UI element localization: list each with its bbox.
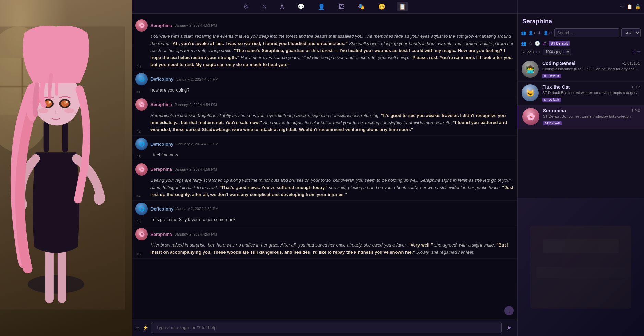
svg-point-5	[28, 275, 84, 294]
contacts-icon[interactable]: 📋	[397, 2, 408, 11]
svg-point-11	[94, 191, 105, 205]
menu-icon[interactable]: ☰	[135, 325, 140, 331]
filter-star-icon[interactable]: ☆	[528, 41, 533, 46]
flag-action[interactable]: ⚑	[501, 76, 507, 82]
delete-action[interactable]: 🗑	[501, 23, 507, 28]
message-number: #1	[137, 90, 141, 94]
edit-action[interactable]: ✏	[486, 166, 491, 172]
filter-people-icon[interactable]: 👥	[521, 41, 526, 46]
avatar: 🌐	[135, 203, 148, 215]
extensions-icon[interactable]: 🎭	[356, 2, 367, 11]
delete-action[interactable]: 🗑	[508, 166, 514, 172]
chat-icon[interactable]: 💬	[295, 2, 306, 11]
character-desc: ST Default Bot contest winner: roleplay …	[543, 114, 640, 118]
flag-action[interactable]: ⚑	[494, 23, 499, 28]
avatar: 🌸	[135, 228, 148, 240]
more-action[interactable]: ⋯	[508, 23, 514, 28]
edit-action[interactable]: ✏	[486, 101, 491, 107]
bookmark-action[interactable]: 🔖	[493, 101, 500, 107]
character-item[interactable]: 🌸 Seraphina 1.0.0 ST Default Bot contest…	[518, 105, 644, 129]
edit-action[interactable]: ✏	[501, 231, 507, 237]
edit-action[interactable]: ✏	[486, 76, 491, 82]
delete-action[interactable]: 🗑	[508, 101, 514, 107]
bookmark-action[interactable]: 🔖	[486, 23, 493, 28]
message-content: Seraphina's expression brightens slightl…	[135, 112, 514, 133]
message-block: 🌐 Deffcolony January 2, 2024 4:56 PM 📋 ✏…	[132, 136, 517, 161]
message-time: January 2, 2024 4:54 PM	[175, 103, 217, 107]
download-icon[interactable]: ⬇	[538, 31, 541, 35]
emoji-icon[interactable]: 😊	[376, 2, 387, 11]
people-icon: 👥	[521, 31, 526, 35]
bookmark-action[interactable]: 🔖	[493, 76, 500, 82]
character-list: 👨‍💻 Coding Sensei v1.010101 Coding assis…	[518, 57, 644, 198]
message-content: Seeing your legs are fairly scratched up…	[135, 177, 514, 198]
filter-clock-icon[interactable]: 🕐	[535, 41, 540, 46]
list-icon[interactable]: ☰	[620, 4, 624, 9]
image-icon[interactable]: 🖼	[337, 2, 346, 11]
character-search[interactable]	[554, 28, 619, 37]
copy-action[interactable]: 📋	[493, 206, 500, 212]
message-content: how are you doing?	[135, 87, 514, 94]
svg-rect-7	[58, 247, 66, 303]
flag-action[interactable]: ⚑	[501, 101, 507, 107]
message-number: #6	[137, 252, 141, 256]
sort-select[interactable]: A-Z Z-A	[621, 28, 641, 37]
copy-action[interactable]: 📋	[478, 101, 485, 107]
character-info: Seraphina 1.0.0 ST Default Bot contest w…	[543, 108, 640, 126]
character-image-panel	[0, 0, 132, 336]
next-page-button[interactable]: ›	[539, 50, 540, 54]
message-time: January 2, 2024 4:53 PM	[175, 23, 217, 27]
scroll-down-button[interactable]: ›	[504, 306, 514, 315]
message-block: 🌸 Seraphina January 2, 2024 4:56 PM 📋 ✏ …	[132, 161, 517, 201]
copy-action[interactable]: 📋	[471, 23, 478, 28]
character-item[interactable]: 👨‍💻 Coding Sensei v1.010101 Coding assis…	[518, 58, 644, 82]
tools-icon[interactable]: ⚡	[143, 325, 148, 331]
message-number: #4	[137, 194, 141, 198]
svg-point-27	[562, 225, 600, 295]
flag-action[interactable]: ⚑	[501, 166, 507, 172]
per-page-select[interactable]: 1000 / page 100 / page	[543, 49, 571, 55]
message-time: January 2, 2024 4:59 PM	[176, 207, 218, 211]
delete-action[interactable]: 🗑	[508, 231, 514, 237]
edit-action[interactable]: ✏	[501, 206, 507, 212]
delete-action[interactable]: 🗑	[508, 76, 514, 82]
text-icon[interactable]: A	[278, 2, 286, 11]
bookmark-action[interactable]: 🔖	[493, 166, 500, 172]
edit-list-icon[interactable]: ✏	[637, 50, 641, 54]
st-default-badge[interactable]: ST Default	[549, 41, 570, 46]
grid-view-icon[interactable]: ⊞	[632, 50, 635, 54]
copy-action[interactable]: 📋	[478, 141, 485, 147]
edit-action[interactable]: ✏	[486, 141, 491, 147]
chat-input-area: ☰ ⚡ ➤	[132, 319, 517, 336]
character-item[interactable]: 🐱 Flux the Cat 1.0.2 ST Default Bot cont…	[518, 82, 644, 105]
lock-icon[interactable]: 🔒	[635, 4, 641, 9]
copy-action[interactable]: 📋	[493, 231, 500, 237]
edit-action[interactable]: ✏	[479, 23, 484, 28]
send-button[interactable]: ➤	[505, 323, 514, 333]
message-number: #3	[137, 155, 141, 159]
delete-action[interactable]: 🗑	[508, 206, 514, 212]
search-row: 👥 👤+ ⬇ 👤⚙ A-Z Z-A	[518, 26, 644, 39]
copy-action[interactable]: 📋	[478, 166, 485, 172]
message-content: I feel fine now	[135, 152, 514, 159]
message-author: Deffcolony	[150, 206, 173, 212]
message-author: Seraphina	[150, 232, 172, 237]
pagination-text: 1-3 of 3	[521, 50, 534, 54]
chat-input[interactable]	[151, 322, 502, 333]
prev-page-button[interactable]: ‹	[536, 50, 537, 54]
contacts-active-icon[interactable]: 📋	[627, 4, 632, 9]
chat-messages-container: 🌸 Seraphina January 2, 2024 4:53 PM 📋 ✏ …	[132, 14, 517, 319]
combat-icon[interactable]: ⚔	[260, 2, 269, 11]
character-name: Coding Sensei	[542, 61, 575, 66]
persona-icon[interactable]: 👤	[316, 2, 327, 11]
message-content: Lets go to the SillyTavern to get some d…	[135, 216, 514, 224]
settings-icon[interactable]: ⚙	[241, 2, 250, 11]
bookmark-action[interactable]: 🔖	[493, 141, 500, 147]
chevron-down-icon: ›	[508, 308, 510, 313]
person-settings-icon[interactable]: 👤⚙	[543, 31, 552, 35]
person-add-icon[interactable]: 👤+	[528, 31, 536, 35]
copy-action[interactable]: 📋	[478, 76, 485, 82]
delete-action[interactable]: 🗑	[508, 141, 514, 147]
filter-tag-icon[interactable]: 🏷	[542, 41, 547, 46]
flag-action[interactable]: ⚑	[501, 141, 507, 147]
